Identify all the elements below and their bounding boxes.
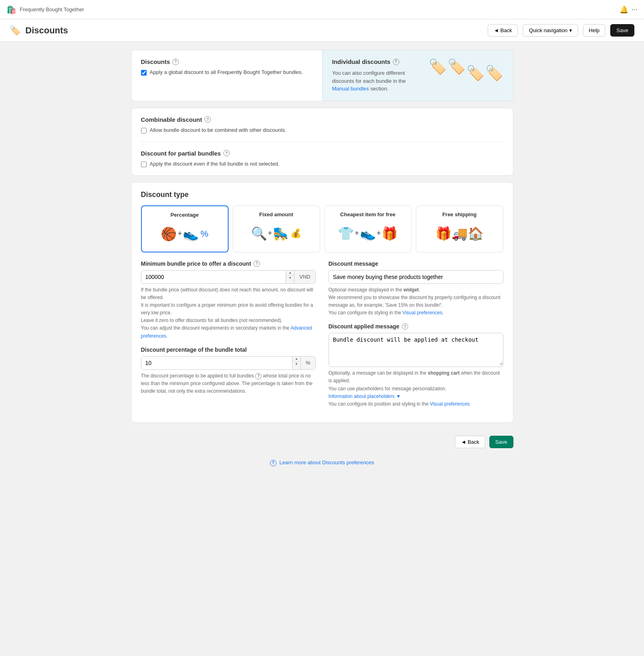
discount-percentage-down[interactable]: ▼ [292, 362, 301, 367]
global-discount-checkbox[interactable] [141, 70, 147, 76]
min-bundle-price-group: Minimum bundle price to offer a discount… [141, 260, 316, 340]
discount-percentage-suffix: % [301, 357, 315, 369]
individual-discounts-image: 🏷️ 🏷️ 🏷️ 🏷️ [429, 58, 503, 82]
partial-bundles-checkbox-row[interactable]: Apply the discount even if the full bund… [141, 161, 503, 167]
footer: ? Learn more about Discounts preferences [131, 451, 513, 474]
bottom-actions: ◄ Back Save [131, 429, 513, 451]
min-bundle-price-input-group: ▲ ▼ VND [141, 270, 316, 284]
individual-discounts-section: Individual discounts ? You can also conf… [322, 50, 513, 101]
fixed-image: 🔍+🛼💰 [237, 221, 316, 246]
discount-applied-help-text: Optionally, a message can be displayed i… [329, 369, 503, 408]
discounts-help-icon[interactable]: ? [172, 59, 179, 65]
discount-applied-textarea[interactable]: Bundle discount will be applied at check… [329, 333, 503, 365]
placeholders-link[interactable]: Information about placeholders ▼ [329, 394, 401, 399]
discount-type-card: Discount type Percentage 🏀+👟% Fixed amou… [131, 182, 513, 423]
percentage-image: 🏀+👟% [146, 222, 224, 246]
min-bundle-price-input[interactable] [141, 271, 286, 283]
bell-icon[interactable]: 🔔 [619, 5, 628, 14]
discount-percentage-group: Discount percentage of the bundle total … [141, 346, 316, 396]
discounts-section-title: Discounts ? [141, 58, 313, 65]
discount-type-cheapest[interactable]: Cheapest item for free 👕+👟+🎁 [324, 205, 412, 252]
combinable-discount-card: Combinable discount ? Allow bundle disco… [131, 108, 513, 176]
discount-percentage-input-group: ▲ ▼ % [141, 356, 316, 370]
top-bar: 🛍️ Frequently Bought Together 🔔 ··· [0, 0, 644, 19]
discount-message-input-group [329, 270, 503, 284]
discount-message-label: Discount message [329, 260, 503, 267]
save-button-bottom[interactable]: Save [489, 436, 513, 448]
min-bundle-price-help-text: If the bundle price (without discount) d… [141, 286, 316, 340]
min-bundle-price-currency: VND [294, 271, 315, 283]
individual-discounts-help-icon[interactable]: ? [393, 59, 399, 65]
back-button-top[interactable]: ◄ Back [488, 24, 518, 37]
discount-message-input[interactable] [329, 271, 503, 283]
right-form-col: Discount message Optional message displa… [329, 260, 503, 415]
global-discount-label: Apply a global discount to all Frequentl… [150, 69, 303, 75]
combinable-checkbox-row[interactable]: Allow bundle discount to be combined wit… [141, 127, 503, 133]
manual-bundles-link[interactable]: Manual bundles [332, 86, 369, 92]
cheapest-label: Cheapest item for free [329, 211, 407, 217]
cheapest-image: 👕+👟+🎁 [329, 221, 407, 246]
partial-bundles-checkbox[interactable] [141, 162, 147, 167]
discount-percentage-up[interactable]: ▲ [292, 357, 301, 362]
header-row: 🏷️ Discounts ◄ Back Quick navigation ▾ H… [0, 19, 644, 42]
discount-type-fixed[interactable]: Fixed amount 🔍+🛼💰 [233, 205, 320, 252]
discount-type-grid: Percentage 🏀+👟% Fixed amount 🔍+🛼💰 Cheape… [141, 205, 503, 252]
discount-type-percentage[interactable]: Percentage 🏀+👟% [141, 205, 229, 252]
help-button[interactable]: Help [583, 24, 606, 37]
discount-percentage-inline-help[interactable]: ? [255, 373, 262, 379]
discount-type-title: Discount type [141, 191, 503, 199]
fixed-label: Fixed amount [237, 211, 316, 217]
discount-applied-textarea-wrapper: Bundle discount will be applied at check… [329, 333, 503, 367]
partial-bundles-help-icon[interactable]: ? [223, 150, 230, 156]
visual-preferences-link-1[interactable]: Visual preferences [403, 310, 442, 316]
min-bundle-price-spinner[interactable]: ▲ ▼ [286, 271, 294, 283]
left-form-col: Minimum bundle price to offer a discount… [141, 260, 316, 415]
visual-preferences-link-2[interactable]: Visual preferences [430, 401, 470, 407]
min-bundle-price-up[interactable]: ▲ [286, 271, 294, 276]
partial-bundles-label: Apply the discount even if the full bund… [150, 161, 280, 167]
quick-navigation-button[interactable]: Quick navigation ▾ [523, 24, 578, 37]
percentage-label: Percentage [146, 212, 224, 218]
discount-type-shipping[interactable]: Free shipping 🎁🚚🏠 [416, 205, 503, 252]
discounts-card: Discounts ? Apply a global discount to a… [131, 50, 513, 101]
combinable-help-icon[interactable]: ? [204, 116, 211, 123]
discount-message-group: Discount message Optional message displa… [329, 260, 503, 317]
discounts-left: Discounts ? Apply a global discount to a… [131, 50, 322, 101]
discount-message-help-text: Optional message displayed in the widget… [329, 286, 503, 317]
shipping-image: 🎁🚚🏠 [420, 221, 499, 246]
main-content: Discounts ? Apply a global discount to a… [121, 42, 523, 482]
discount-percentage-help-text: The discount percentage to be applied to… [141, 372, 316, 396]
back-button-bottom[interactable]: ◄ Back [455, 436, 485, 448]
shipping-label: Free shipping [420, 211, 499, 217]
discount-form: Minimum bundle price to offer a discount… [141, 260, 503, 415]
discount-percentage-label: Discount percentage of the bundle total [141, 346, 316, 353]
individual-discounts-desc: You can also configure different discoun… [332, 69, 424, 93]
min-bundle-price-label: Minimum bundle price to offer a discount… [141, 260, 316, 267]
combinable-title: Combinable discount ? [141, 116, 503, 123]
partial-bundles-title: Discount for partial bundles ? [141, 150, 503, 157]
footer-link[interactable]: Learn more about Discounts preferences [280, 459, 374, 465]
app-icon: 🛍️ [6, 5, 16, 14]
footer-help-icon: ? [270, 460, 276, 466]
combinable-checkbox[interactable] [141, 128, 147, 133]
more-icon[interactable]: ··· [632, 5, 638, 14]
min-bundle-price-help[interactable]: ? [254, 260, 260, 267]
discount-applied-group: Discount applied message ? Bundle discou… [329, 323, 503, 408]
discount-applied-label: Discount applied message ? [329, 323, 503, 330]
combinable-label: Allow bundle discount to be combined wit… [150, 127, 286, 133]
min-bundle-price-down[interactable]: ▼ [286, 276, 294, 281]
discount-applied-help-icon[interactable]: ? [402, 323, 408, 330]
global-discount-checkbox-row[interactable]: Apply a global discount to all Frequentl… [141, 69, 313, 76]
app-name: Frequently Bought Together [20, 6, 84, 12]
discount-percentage-spinner[interactable]: ▲ ▼ [292, 357, 301, 369]
save-button-top[interactable]: Save [610, 24, 634, 37]
page-title-icon: 🏷️ [10, 25, 20, 36]
discount-percentage-input[interactable] [141, 357, 292, 369]
individual-discounts-title: Individual discounts ? [332, 58, 424, 65]
page-title: Discounts [25, 25, 483, 36]
